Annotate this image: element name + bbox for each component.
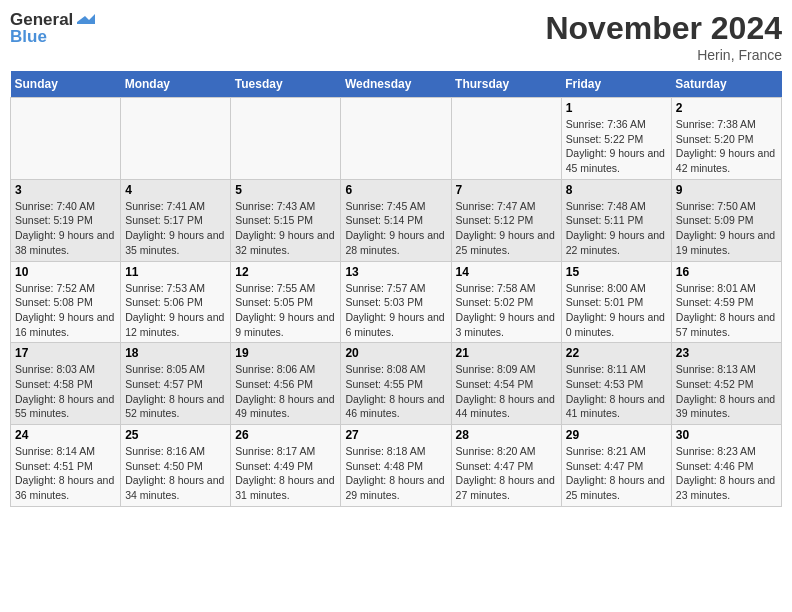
location: Herin, France xyxy=(545,47,782,63)
title-area: November 2024 Herin, France xyxy=(545,10,782,63)
day-cell xyxy=(451,98,561,180)
day-cell: 13Sunrise: 7:57 AM Sunset: 5:03 PM Dayli… xyxy=(341,261,451,343)
day-number: 8 xyxy=(566,183,667,197)
logo-blue: Blue xyxy=(10,28,95,47)
day-cell: 1Sunrise: 7:36 AM Sunset: 5:22 PM Daylig… xyxy=(561,98,671,180)
day-cell: 2Sunrise: 7:38 AM Sunset: 5:20 PM Daylig… xyxy=(671,98,781,180)
day-number: 27 xyxy=(345,428,446,442)
svg-marker-0 xyxy=(77,14,95,24)
week-row-5: 24Sunrise: 8:14 AM Sunset: 4:51 PM Dayli… xyxy=(11,425,782,507)
day-info: Sunrise: 7:45 AM Sunset: 5:14 PM Dayligh… xyxy=(345,199,446,258)
week-row-3: 10Sunrise: 7:52 AM Sunset: 5:08 PM Dayli… xyxy=(11,261,782,343)
day-number: 13 xyxy=(345,265,446,279)
day-cell: 6Sunrise: 7:45 AM Sunset: 5:14 PM Daylig… xyxy=(341,179,451,261)
day-cell: 11Sunrise: 7:53 AM Sunset: 5:06 PM Dayli… xyxy=(121,261,231,343)
day-info: Sunrise: 8:00 AM Sunset: 5:01 PM Dayligh… xyxy=(566,281,667,340)
day-number: 2 xyxy=(676,101,777,115)
day-number: 15 xyxy=(566,265,667,279)
day-number: 28 xyxy=(456,428,557,442)
day-cell xyxy=(11,98,121,180)
day-info: Sunrise: 8:13 AM Sunset: 4:52 PM Dayligh… xyxy=(676,362,777,421)
header: General Blue November 2024 Herin, France xyxy=(10,10,782,63)
weekday-header-monday: Monday xyxy=(121,71,231,98)
day-cell: 12Sunrise: 7:55 AM Sunset: 5:05 PM Dayli… xyxy=(231,261,341,343)
day-cell xyxy=(341,98,451,180)
day-cell: 4Sunrise: 7:41 AM Sunset: 5:17 PM Daylig… xyxy=(121,179,231,261)
day-cell: 5Sunrise: 7:43 AM Sunset: 5:15 PM Daylig… xyxy=(231,179,341,261)
day-cell: 17Sunrise: 8:03 AM Sunset: 4:58 PM Dayli… xyxy=(11,343,121,425)
weekday-header-thursday: Thursday xyxy=(451,71,561,98)
day-info: Sunrise: 8:14 AM Sunset: 4:51 PM Dayligh… xyxy=(15,444,116,503)
day-number: 4 xyxy=(125,183,226,197)
day-number: 16 xyxy=(676,265,777,279)
day-info: Sunrise: 8:23 AM Sunset: 4:46 PM Dayligh… xyxy=(676,444,777,503)
day-info: Sunrise: 7:52 AM Sunset: 5:08 PM Dayligh… xyxy=(15,281,116,340)
day-info: Sunrise: 8:17 AM Sunset: 4:49 PM Dayligh… xyxy=(235,444,336,503)
calendar-table: SundayMondayTuesdayWednesdayThursdayFrid… xyxy=(10,71,782,507)
day-cell: 23Sunrise: 8:13 AM Sunset: 4:52 PM Dayli… xyxy=(671,343,781,425)
day-number: 26 xyxy=(235,428,336,442)
weekday-header-row: SundayMondayTuesdayWednesdayThursdayFrid… xyxy=(11,71,782,98)
day-info: Sunrise: 8:11 AM Sunset: 4:53 PM Dayligh… xyxy=(566,362,667,421)
day-number: 10 xyxy=(15,265,116,279)
day-info: Sunrise: 7:58 AM Sunset: 5:02 PM Dayligh… xyxy=(456,281,557,340)
day-number: 24 xyxy=(15,428,116,442)
day-info: Sunrise: 7:36 AM Sunset: 5:22 PM Dayligh… xyxy=(566,117,667,176)
day-info: Sunrise: 8:08 AM Sunset: 4:55 PM Dayligh… xyxy=(345,362,446,421)
day-number: 12 xyxy=(235,265,336,279)
month-title: November 2024 xyxy=(545,10,782,47)
day-cell: 20Sunrise: 8:08 AM Sunset: 4:55 PM Dayli… xyxy=(341,343,451,425)
day-cell: 3Sunrise: 7:40 AM Sunset: 5:19 PM Daylig… xyxy=(11,179,121,261)
day-cell: 18Sunrise: 8:05 AM Sunset: 4:57 PM Dayli… xyxy=(121,343,231,425)
weekday-header-saturday: Saturday xyxy=(671,71,781,98)
day-info: Sunrise: 8:09 AM Sunset: 4:54 PM Dayligh… xyxy=(456,362,557,421)
day-info: Sunrise: 7:55 AM Sunset: 5:05 PM Dayligh… xyxy=(235,281,336,340)
day-number: 5 xyxy=(235,183,336,197)
week-row-4: 17Sunrise: 8:03 AM Sunset: 4:58 PM Dayli… xyxy=(11,343,782,425)
day-info: Sunrise: 7:38 AM Sunset: 5:20 PM Dayligh… xyxy=(676,117,777,176)
day-number: 6 xyxy=(345,183,446,197)
weekday-header-wednesday: Wednesday xyxy=(341,71,451,98)
day-info: Sunrise: 7:50 AM Sunset: 5:09 PM Dayligh… xyxy=(676,199,777,258)
week-row-1: 1Sunrise: 7:36 AM Sunset: 5:22 PM Daylig… xyxy=(11,98,782,180)
day-cell: 8Sunrise: 7:48 AM Sunset: 5:11 PM Daylig… xyxy=(561,179,671,261)
day-cell: 29Sunrise: 8:21 AM Sunset: 4:47 PM Dayli… xyxy=(561,425,671,507)
day-number: 20 xyxy=(345,346,446,360)
day-number: 17 xyxy=(15,346,116,360)
day-info: Sunrise: 8:05 AM Sunset: 4:57 PM Dayligh… xyxy=(125,362,226,421)
day-info: Sunrise: 7:41 AM Sunset: 5:17 PM Dayligh… xyxy=(125,199,226,258)
day-number: 3 xyxy=(15,183,116,197)
logo: General Blue xyxy=(10,10,95,47)
day-info: Sunrise: 7:43 AM Sunset: 5:15 PM Dayligh… xyxy=(235,199,336,258)
day-info: Sunrise: 8:01 AM Sunset: 4:59 PM Dayligh… xyxy=(676,281,777,340)
day-cell: 21Sunrise: 8:09 AM Sunset: 4:54 PM Dayli… xyxy=(451,343,561,425)
day-cell: 30Sunrise: 8:23 AM Sunset: 4:46 PM Dayli… xyxy=(671,425,781,507)
day-cell xyxy=(231,98,341,180)
logo-bird-icon xyxy=(75,10,95,30)
day-info: Sunrise: 8:20 AM Sunset: 4:47 PM Dayligh… xyxy=(456,444,557,503)
day-number: 22 xyxy=(566,346,667,360)
day-number: 23 xyxy=(676,346,777,360)
day-number: 25 xyxy=(125,428,226,442)
week-row-2: 3Sunrise: 7:40 AM Sunset: 5:19 PM Daylig… xyxy=(11,179,782,261)
day-cell: 26Sunrise: 8:17 AM Sunset: 4:49 PM Dayli… xyxy=(231,425,341,507)
weekday-header-friday: Friday xyxy=(561,71,671,98)
day-info: Sunrise: 7:57 AM Sunset: 5:03 PM Dayligh… xyxy=(345,281,446,340)
day-info: Sunrise: 7:48 AM Sunset: 5:11 PM Dayligh… xyxy=(566,199,667,258)
day-cell: 27Sunrise: 8:18 AM Sunset: 4:48 PM Dayli… xyxy=(341,425,451,507)
day-cell xyxy=(121,98,231,180)
day-info: Sunrise: 8:21 AM Sunset: 4:47 PM Dayligh… xyxy=(566,444,667,503)
day-cell: 28Sunrise: 8:20 AM Sunset: 4:47 PM Dayli… xyxy=(451,425,561,507)
day-cell: 25Sunrise: 8:16 AM Sunset: 4:50 PM Dayli… xyxy=(121,425,231,507)
day-number: 7 xyxy=(456,183,557,197)
day-number: 1 xyxy=(566,101,667,115)
day-cell: 19Sunrise: 8:06 AM Sunset: 4:56 PM Dayli… xyxy=(231,343,341,425)
day-info: Sunrise: 7:47 AM Sunset: 5:12 PM Dayligh… xyxy=(456,199,557,258)
day-cell: 16Sunrise: 8:01 AM Sunset: 4:59 PM Dayli… xyxy=(671,261,781,343)
day-info: Sunrise: 8:16 AM Sunset: 4:50 PM Dayligh… xyxy=(125,444,226,503)
day-cell: 24Sunrise: 8:14 AM Sunset: 4:51 PM Dayli… xyxy=(11,425,121,507)
day-number: 30 xyxy=(676,428,777,442)
day-cell: 14Sunrise: 7:58 AM Sunset: 5:02 PM Dayli… xyxy=(451,261,561,343)
day-number: 21 xyxy=(456,346,557,360)
day-info: Sunrise: 8:18 AM Sunset: 4:48 PM Dayligh… xyxy=(345,444,446,503)
